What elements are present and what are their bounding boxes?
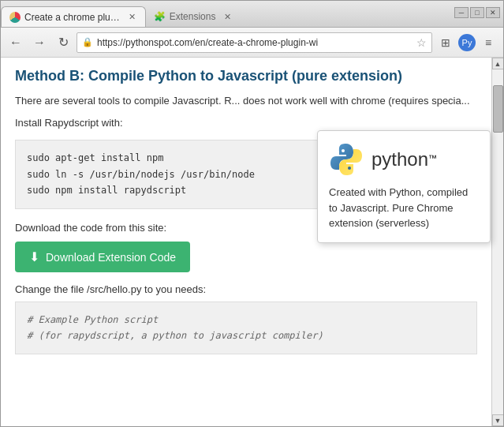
title-bar: Create a chrome plu… ✕ 🧩 Extensions ✕ ─ …: [1, 1, 503, 28]
reload-button[interactable]: ↻: [53, 32, 73, 53]
section-heading: Method B: Compile Python to Javascript (…: [15, 67, 477, 85]
comment-line-1: # Example Python script: [27, 312, 465, 328]
tab-label-1: Create a chrome plu…: [24, 12, 120, 23]
python-name-container: python™: [371, 148, 437, 170]
scroll-up-arrow[interactable]: ▲: [492, 58, 504, 69]
content-area: Method B: Compile Python to Javascript (…: [1, 58, 503, 426]
bookmark-star-icon[interactable]: ☆: [416, 36, 427, 49]
python-logo-icon: [329, 142, 364, 177]
change-text: Change the file /src/hello.py to you nee…: [15, 283, 477, 295]
download-icon: ⬇: [29, 249, 39, 264]
python-icon[interactable]: Py: [458, 34, 476, 51]
toolbar-right: ⊞ Py ≡: [435, 32, 498, 53]
back-button[interactable]: ←: [6, 32, 26, 53]
window-controls: ─ □ ✕: [454, 1, 503, 27]
url-text: https://pythonspot.com/en/create-a-chrom…: [97, 37, 413, 48]
install-label: Install Rapydscript with:: [15, 115, 477, 131]
download-btn-label: Download Extension Code: [46, 251, 176, 264]
tab-close-1[interactable]: ✕: [127, 12, 137, 22]
comment-line-2: # (for rapydscript, a python to javascri…: [27, 328, 465, 343]
intro-text: There are several tools to compile Javas…: [15, 93, 477, 109]
tab-close-2[interactable]: ✕: [222, 12, 233, 22]
tab-favicon-chrome: [9, 12, 21, 23]
svg-point-1: [348, 167, 351, 170]
scroll-thumb[interactable]: [493, 85, 503, 133]
menu-icon[interactable]: ≡: [478, 32, 498, 53]
python-tm: ™: [428, 153, 437, 163]
scroll-down-arrow[interactable]: ▼: [492, 414, 504, 426]
python-popup-description: Created with Python, compiled to Javascr…: [329, 185, 479, 231]
address-bar[interactable]: 🔒 https://pythonspot.com/en/create-a-chr…: [77, 32, 432, 53]
close-button[interactable]: ✕: [486, 7, 500, 18]
tab-label-2: Extensions: [170, 11, 216, 22]
code-block-comments: # Example Python script # (for rapydscri…: [15, 302, 477, 354]
extensions-icon[interactable]: ⊞: [435, 32, 456, 53]
scroll-track[interactable]: [492, 69, 503, 414]
svg-point-0: [342, 149, 345, 152]
minimize-button[interactable]: ─: [454, 7, 469, 18]
scrollbar[interactable]: ▲ ▼: [491, 58, 503, 426]
toolbar: ← → ↻ 🔒 https://pythonspot.com/en/create…: [1, 28, 503, 58]
browser-window: Create a chrome plu… ✕ 🧩 Extensions ✕ ─ …: [0, 0, 504, 427]
maximize-button[interactable]: □: [470, 7, 484, 18]
tab-favicon-puzzle: 🧩: [154, 11, 166, 22]
python-popup: python™ Created with Python, compiled to…: [317, 130, 491, 243]
tab-create-chrome[interactable]: Create a chrome plu… ✕: [1, 6, 146, 27]
lock-icon: 🔒: [82, 37, 93, 47]
forward-button[interactable]: →: [29, 32, 50, 53]
python-wordmark: python: [371, 148, 428, 170]
python-popup-header: python™: [329, 142, 479, 177]
download-extension-button[interactable]: ⬇ Download Extension Code: [15, 242, 190, 272]
tab-extensions[interactable]: 🧩 Extensions ✕: [146, 6, 241, 27]
